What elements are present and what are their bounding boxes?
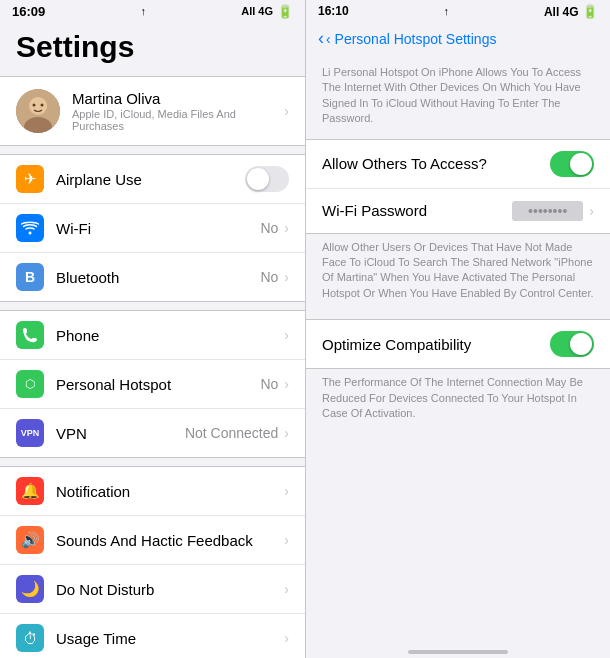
vpn-value: Not Connected (185, 425, 278, 441)
do-not-disturb-row[interactable]: 🌙 Do Not Disturb › (0, 565, 305, 614)
left-panel: 16:09 ↑ All 4G 🔋 Settings Mar (0, 0, 305, 658)
optimize-label: Optimize Compatibility (322, 336, 550, 353)
settings-group-3: 🔔 Notification › 🔊 Sounds And Hactic Fee… (0, 466, 305, 658)
personal-hotspot-row[interactable]: ⬡ Personal Hotspot No › (0, 360, 305, 409)
wifi-password-row[interactable]: Wi-Fi Password •••••••• › (306, 189, 610, 233)
phone-label: Phone (56, 327, 284, 344)
right-spacer (306, 431, 610, 638)
avatar-svg (16, 89, 60, 133)
optimize-toggle[interactable] (550, 331, 594, 357)
desc-text-1: Allow Other Users Or Devices That Have N… (306, 234, 610, 312)
bluetooth-chevron: › (284, 269, 289, 285)
right-bottom-bar (306, 638, 610, 658)
right-nav: ‹ ‹ Personal Hotspot Settings (306, 22, 610, 57)
bluetooth-icon: B (16, 263, 44, 291)
sounds-icon: 🔊 (16, 526, 44, 554)
profile-name: Martina Oliva (72, 90, 284, 107)
bluetooth-row[interactable]: B Bluetooth No › (0, 253, 305, 301)
back-chevron: ‹ (318, 28, 324, 49)
profile-info: Martina Oliva Apple ID, iCloud, Media Fi… (72, 90, 284, 132)
phone-chevron: › (284, 327, 289, 343)
right-panel: 16:10 ↑ All 4G 🔋 ‹ ‹ Personal Hotspot Se… (305, 0, 610, 658)
profile-chevron: › (284, 103, 289, 119)
notification-row[interactable]: 🔔 Notification › (0, 467, 305, 516)
vpn-label: VPN (56, 425, 185, 442)
left-status-bar: 16:09 ↑ All 4G 🔋 (0, 0, 305, 22)
usage-chevron: › (284, 630, 289, 646)
sounds-chevron: › (284, 532, 289, 548)
allow-others-knob (570, 153, 592, 175)
wifi-icon (16, 214, 44, 242)
back-button[interactable]: ‹ ‹ Personal Hotspot Settings (318, 28, 496, 49)
usage-icon: ⏱ (16, 624, 44, 652)
right-arrow: ↑ (444, 5, 450, 17)
svg-point-1 (29, 97, 47, 115)
hotspot-icon: ⬡ (16, 370, 44, 398)
svg-point-3 (33, 104, 36, 107)
avatar (16, 89, 60, 133)
right-status-bar: 16:10 ↑ All 4G 🔋 (306, 0, 610, 22)
wifi-password-chevron: › (589, 203, 594, 219)
hotspot-label: Personal Hotspot (56, 376, 260, 393)
optimize-row[interactable]: Optimize Compatibility (306, 320, 610, 368)
hotspot-chevron: › (284, 376, 289, 392)
left-time: 16:09 (12, 4, 45, 19)
airplane-toggle-knob (247, 168, 269, 190)
right-battery: 🔋 (582, 4, 598, 19)
dnd-label: Do Not Disturb (56, 581, 284, 598)
page-title: Settings (0, 22, 305, 68)
sounds-row[interactable]: 🔊 Sounds And Hactic Feedback › (0, 516, 305, 565)
svg-point-4 (41, 104, 44, 107)
wifi-chevron: › (284, 220, 289, 236)
right-section-2: Optimize Compatibility (306, 319, 610, 369)
airplane-toggle[interactable] (245, 166, 289, 192)
back-label: ‹ Personal Hotspot Settings (326, 31, 496, 47)
dnd-chevron: › (284, 581, 289, 597)
right-status-icons: All 4G 🔋 (544, 4, 598, 19)
left-status-icons: All 4G 🔋 (241, 4, 293, 19)
left-arrow: ↑ (140, 5, 146, 17)
profile-subtitle: Apple ID, iCloud, Media Files And Purcha… (72, 108, 284, 132)
sounds-label: Sounds And Hactic Feedback (56, 532, 284, 549)
wifi-row[interactable]: Wi-Fi No › (0, 204, 305, 253)
phone-svg (22, 327, 38, 343)
vpn-icon: VPN (16, 419, 44, 447)
wifi-value: No (260, 220, 278, 236)
allow-others-row[interactable]: Allow Others To Access? (306, 140, 610, 189)
settings-group-1: ✈ Airplane Use Wi-Fi No › B Bluetoo (0, 154, 305, 302)
vpn-row[interactable]: VPN VPN Not Connected › (0, 409, 305, 457)
settings-group-2: Phone › ⬡ Personal Hotspot No › VPN VPN … (0, 310, 305, 458)
wifi-svg (21, 221, 39, 235)
phone-icon (16, 321, 44, 349)
home-indicator (408, 650, 508, 654)
dnd-icon: 🌙 (16, 575, 44, 603)
wifi-label: Wi-Fi (56, 220, 260, 237)
avatar-face (16, 89, 60, 133)
hotspot-info-text: Li Personal Hotspot On iPhone Allows You… (306, 57, 610, 139)
notification-chevron: › (284, 483, 289, 499)
profile-row[interactable]: Martina Oliva Apple ID, iCloud, Media Fi… (0, 76, 305, 146)
bluetooth-label: Bluetooth (56, 269, 260, 286)
wifi-password-value: •••••••• (512, 201, 583, 221)
usage-time-row[interactable]: ⏱ Usage Time › (0, 614, 305, 658)
right-time: 16:10 (318, 4, 349, 18)
allow-others-toggle[interactable] (550, 151, 594, 177)
notification-label: Notification (56, 483, 284, 500)
usage-label: Usage Time (56, 630, 284, 647)
desc-text-2: The Performance Of The Internet Connecti… (306, 369, 610, 431)
right-carrier: All 4G (544, 5, 579, 19)
bluetooth-value: No (260, 269, 278, 285)
airplane-use-row[interactable]: ✈ Airplane Use (0, 155, 305, 204)
hotspot-value: No (260, 376, 278, 392)
allow-others-label: Allow Others To Access? (322, 155, 550, 172)
airplane-label: Airplane Use (56, 171, 245, 188)
phone-row[interactable]: Phone › (0, 311, 305, 360)
airplane-icon: ✈ (16, 165, 44, 193)
left-carrier: All 4G (241, 5, 273, 17)
vpn-chevron: › (284, 425, 289, 441)
notification-icon: 🔔 (16, 477, 44, 505)
right-section-1: Allow Others To Access? Wi-Fi Password •… (306, 139, 610, 234)
wifi-password-label: Wi-Fi Password (322, 202, 512, 219)
section-gap (306, 311, 610, 319)
left-battery: 🔋 (277, 4, 293, 19)
